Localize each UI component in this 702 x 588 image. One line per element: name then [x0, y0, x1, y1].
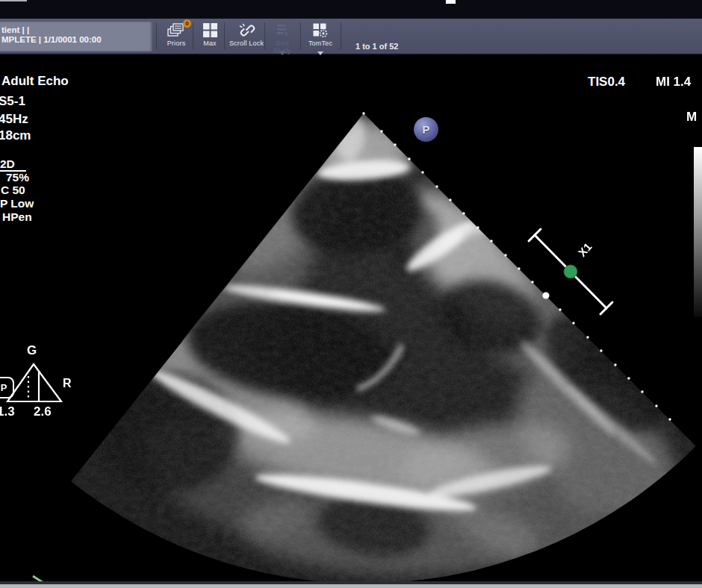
gain-value: 75% [6, 171, 29, 184]
frame-rate: 45Hz [0, 112, 28, 127]
mi-index: MI 1.4 [656, 75, 691, 90]
exam-title: Adult Echo [1, 74, 69, 89]
caliper-handle[interactable] [564, 265, 577, 278]
bottom-panel-edge [0, 584, 702, 588]
physio-value-right: 2.6 [34, 404, 52, 419]
mode-label: 2D [0, 157, 26, 171]
map-label: M [686, 110, 697, 125]
transducer-label: S5-1 [0, 94, 25, 109]
gain-indicator-label: G [27, 343, 37, 358]
probe-orientation-marker: P [414, 117, 438, 142]
ultrasound-application: tient | | MPLETE | 1/1/0001 00:00 0 Prio… [0, 0, 702, 588]
tis-index: TIS0.4 [588, 75, 625, 90]
physio-r-label: R [63, 377, 72, 390]
harmonic-mode: HPen [2, 210, 32, 224]
focus-depth-marker [542, 292, 549, 298]
power-value: P Low [0, 197, 34, 210]
grayscale-bar [694, 147, 702, 317]
caliper-label: X1 [576, 240, 594, 259]
physio-p-badge: P [0, 377, 14, 398]
depth-value: 18cm [0, 128, 31, 143]
compress-value: C 50 [1, 184, 25, 197]
physio-value-left: 1.3 [0, 404, 15, 419]
physio-cluster: G P R 1.3 2.6 [0, 342, 90, 431]
